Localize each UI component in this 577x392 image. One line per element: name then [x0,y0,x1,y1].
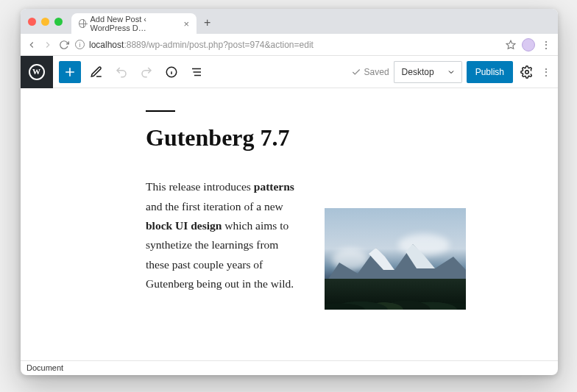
bookmark-star-icon[interactable] [506,40,516,50]
breadcrumb-document[interactable]: Document [26,363,63,372]
browser-tab[interactable]: Add New Post ‹ WordPress D… × [71,13,197,34]
editor-right-tools: Saved Desktop Publish ⋮ [351,61,558,83]
separator-block[interactable] [146,110,175,112]
outline-icon[interactable] [187,63,206,82]
back-button[interactable] [26,40,37,50]
new-tab-button[interactable]: + [204,16,210,29]
svg-marker-0 [506,40,515,49]
site-info-icon[interactable]: i [75,40,85,49]
post-title[interactable]: Gutenberg 7.7 [146,125,558,151]
zoom-window-icon[interactable] [54,18,63,26]
more-options-icon[interactable]: ⋮ [541,66,552,78]
chevron-down-icon[interactable] [442,61,462,83]
undo-button [112,63,131,82]
saved-label: Saved [364,67,389,77]
svg-point-2 [525,70,529,74]
publish-button[interactable]: Publish [467,61,513,83]
wordpress-logo[interactable] [21,56,53,88]
url-host: localhost [89,40,124,50]
content-info-icon[interactable] [162,63,181,82]
columns-block[interactable]: This release introduces patterns and the… [146,177,558,310]
save-status: Saved [351,67,389,77]
publish-label: Publish [475,67,504,77]
browser-window: Add New Post ‹ WordPress D… × + i localh… [21,9,558,375]
close-window-icon[interactable] [28,18,36,26]
editor-left-tools [53,61,206,83]
url-path: :8889/wp-admin/post.php?post=974&action=… [124,40,314,50]
editor-toolbar: Saved Desktop Publish ⋮ [21,56,558,88]
tab-title: Add New Post ‹ WordPress D… [91,15,177,32]
address-bar[interactable]: i localhost:8889/wp-admin/post.php?post=… [75,40,500,50]
redo-button [137,63,156,82]
globe-icon [79,19,86,28]
mountain-decoration [325,240,466,285]
preview-label: Desktop [402,67,434,77]
close-tab-icon[interactable]: × [183,18,189,29]
add-block-button[interactable] [59,61,81,83]
minimize-window-icon[interactable] [41,18,49,26]
forward-button [43,40,53,50]
trees-decoration [325,279,466,310]
image-block[interactable] [325,208,466,310]
browser-menu-icon[interactable]: ⋮ [541,39,552,51]
settings-gear-icon[interactable] [517,65,537,79]
edit-mode-icon[interactable] [87,63,106,82]
editor-footer: Document [21,360,558,375]
checkmark-icon [351,67,361,77]
browser-toolbar: i localhost:8889/wp-admin/post.php?post=… [21,34,558,56]
browser-tabstrip: Add New Post ‹ WordPress D… × + [21,9,558,34]
wp-logo-icon [29,64,45,80]
window-controls[interactable] [28,18,63,26]
editor-canvas[interactable]: Gutenberg 7.7 This release introduces pa… [21,88,558,360]
reload-button[interactable] [59,40,69,50]
preview-dropdown[interactable]: Desktop [394,61,462,83]
paragraph-block[interactable]: This release introduces patterns and the… [146,177,304,293]
profile-avatar[interactable] [522,38,535,51]
